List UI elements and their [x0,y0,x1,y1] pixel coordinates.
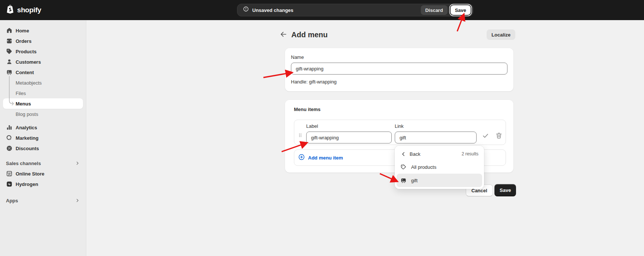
sidebar-label: Content [16,70,34,75]
chevron-right-icon [75,198,80,203]
link-picker-dropdown: Back 2 results All products gift [395,146,484,189]
sidebar-item-menus[interactable]: Menus [3,98,83,109]
sidebar-label: Hydrogen [16,181,38,187]
sidebar-label: Analytics [16,125,37,130]
orders-icon [6,38,13,44]
results-count: 2 results [462,151,478,157]
page-title: Add menu [291,30,328,39]
dropdown-option-all-products[interactable]: All products [397,160,482,174]
sidebar-item-blog-posts[interactable]: Blog posts [3,109,83,119]
unsaved-changes-bar: Unsaved changes Discard Save [237,4,473,16]
menu-item-link-input[interactable] [395,132,477,143]
sidebar-label: Discounts [16,146,39,151]
sidebar: Home Orders Products Customers Content [0,20,86,256]
content-icon [6,69,13,76]
marketing-icon [6,135,13,141]
dropdown-back-row[interactable]: Back 2 results [397,148,482,160]
sidebar-label: Metaobjects [16,80,42,86]
confirm-item-button[interactable] [482,132,489,139]
chevron-left-icon [400,151,407,157]
analytics-icon [6,124,13,131]
localize-button[interactable]: Localize [487,29,515,40]
sidebar-item-products[interactable]: Products [3,46,83,57]
link-column-header: Link [395,123,477,129]
dropdown-option-gift[interactable]: gift [397,174,482,187]
sidebar-item-marketing[interactable]: Marketing [3,133,83,143]
unsaved-changes-text: Unsaved changes [252,7,294,13]
shopify-logo[interactable]: shopify [6,4,41,16]
trash-icon [495,132,503,139]
delete-item-button[interactable] [495,132,503,139]
tag-icon [400,164,407,170]
sidebar-label: Customers [16,59,41,65]
apps-header[interactable]: Apps [3,195,83,206]
sidebar-label: Files [16,91,26,96]
sidebar-item-home[interactable]: Home [3,25,83,36]
plus-circle-icon [298,154,305,162]
shopify-bag-icon [6,4,15,16]
sidebar-item-analytics[interactable]: Analytics [3,122,83,133]
menu-items-heading: Menu items [294,107,506,112]
dropdown-back-label: Back [410,151,420,157]
sidebar-label: Home [16,28,29,34]
sidebar-item-files[interactable]: Files [3,88,83,98]
checkmark-icon [482,132,489,139]
sidebar-item-hydrogen[interactable]: Hydrogen [3,179,83,189]
sidebar-item-discounts[interactable]: Discounts [3,143,83,154]
top-bar: shopify Unsaved changes Discard Save [0,0,644,20]
hydrogen-icon [6,181,13,187]
drag-handle[interactable] [294,123,306,142]
sidebar-label: Menus [16,101,31,107]
alert-icon [243,6,249,15]
shopify-admin-screen: shopify Unsaved changes Discard Save Ho [0,0,644,256]
dropdown-option-label: gift [411,178,417,183]
sidebar-item-metaobjects[interactable]: Metaobjects [3,78,83,88]
dropdown-option-label: All products [411,164,436,170]
sales-channels-header[interactable]: Sales channels [3,158,83,168]
sidebar-label: Products [16,49,36,54]
sidebar-label: Blog posts [16,111,38,117]
back-arrow-icon [280,31,287,38]
save-button[interactable]: Save [494,184,516,196]
topbar-save-button[interactable]: Save [451,5,471,15]
annotation-arrow-gift-option [380,174,397,181]
sidebar-item-online-store[interactable]: Online Store [3,168,83,179]
drag-dots-icon [298,133,302,138]
name-card: Name Handle: gift-wrapping [285,48,513,91]
discard-button[interactable]: Discard [421,5,448,15]
handle-text: Handle: gift-wrapping [291,79,507,85]
name-input[interactable] [291,63,507,75]
add-menu-item-label: Add menu item [308,155,343,161]
sidebar-label: Marketing [16,135,38,141]
sidebar-label: Online Store [16,171,44,177]
name-field-label: Name [291,54,507,60]
online-store-icon [6,170,13,177]
back-button[interactable] [279,30,288,39]
collection-icon [400,177,407,184]
products-icon [6,48,13,55]
home-icon [6,27,13,34]
discounts-icon [6,145,13,152]
menu-item-row: Label Link [294,120,506,145]
sidebar-item-content[interactable]: Content [3,67,83,78]
menu-item-label-input[interactable] [306,132,392,143]
customers-icon [6,59,13,65]
sidebar-item-customers[interactable]: Customers [3,57,83,67]
label-column-header: Label [306,123,392,129]
shopify-wordmark: shopify [17,6,41,14]
chevron-right-icon [75,161,80,166]
sidebar-item-orders[interactable]: Orders [3,36,83,46]
sidebar-label: Orders [16,38,32,44]
